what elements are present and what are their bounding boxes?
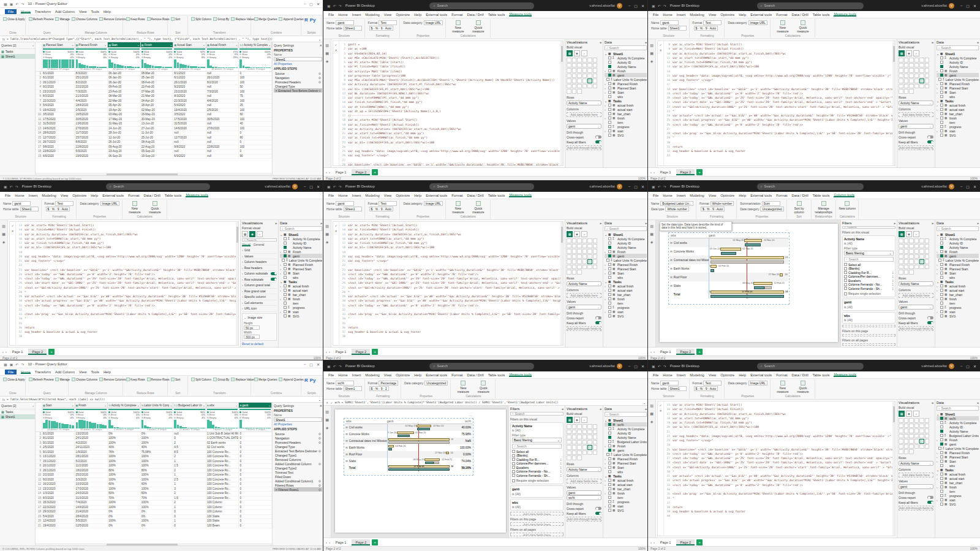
applied-step[interactable]: Added Conditional Column1⚙ [274,479,322,483]
commit-icon[interactable]: ✓ [659,403,662,407]
ribbon-field[interactable]: Image URL [424,20,443,25]
field-item[interactable]: Σ progress [937,305,979,310]
save-icon[interactable]: ▣ [652,4,655,8]
page-tab[interactable]: Page 1 [657,349,675,355]
field-item[interactable]: › ▦ actual finish [605,103,647,107]
step-settings-icon[interactable]: ⚙ [318,441,321,444]
field-checkbox[interactable] [284,241,287,245]
build-visual-tab[interactable]: ▦ [899,50,905,56]
field-checkbox[interactable] [284,302,287,305]
field-item[interactable]: › ▦ start [280,310,322,314]
cross-report-toggle[interactable] [595,507,601,510]
keep-all-filters-toggle[interactable] [927,501,933,504]
ribbon-button[interactable]: Remove Columns [99,17,126,21]
step-settings-icon[interactable]: ⚙ [318,76,321,80]
multi-row-card[interactable] [567,259,571,264]
field-item[interactable]: Σ Labor Units % Complete [605,77,647,82]
collapse-pane-icon[interactable]: » [932,401,933,405]
key-influencers[interactable] [572,265,577,270]
field-item[interactable]: ▦ SVG [937,133,979,137]
menu-tab[interactable]: View [384,194,391,197]
waterfall-chart[interactable] [567,249,571,254]
table-row[interactable]: 1428/6/202011/7/202028-Jun-2011-Jul-20nu… [36,131,272,136]
all-properties-link[interactable]: All Properties [274,422,322,426]
decomposition-tree[interactable] [577,84,582,89]
undo-icon[interactable]: ↶ [333,4,336,8]
table-node[interactable]: ⌄▦Sheet1 [605,51,647,56]
menu-tab[interactable]: Insert [677,13,686,17]
redo-icon[interactable]: ↷ [663,184,666,189]
field-checkbox[interactable] [940,425,943,428]
matrix[interactable] [587,445,592,450]
format-section[interactable]: ›Grid [242,248,277,254]
expand-icon[interactable]: ⊞ [670,241,673,245]
stacked-column-chart[interactable] [572,238,577,243]
field-checkbox[interactable] [608,129,611,132]
menu-tab[interactable]: Data / Drill [144,194,160,197]
get-more-visuals[interactable] [577,89,582,94]
menu-tab[interactable]: Add Column [55,370,75,374]
ribbon-field[interactable]: $ · % · 9 · Auto [694,386,718,391]
field-item[interactable]: Activity ID [937,425,979,429]
window-powerbi-measure-editor-2[interactable]: ▣ ↶ ↷ Power BI Desktop ⌕Search v.ahmed.a… [648,0,980,181]
filter-value-item[interactable]: Select all [844,262,894,267]
avatar[interactable]: V [949,3,954,9]
field-item[interactable]: ▦ SVG [937,502,979,506]
field-item[interactable]: › ▦ Start [280,271,322,275]
maximize-button[interactable]: ▢ [309,184,313,189]
ribbon-button[interactable]: Remove Columns [99,378,126,381]
field-chip[interactable]: Activity Name⌄ [567,101,601,105]
line-and-stacked-column-chart[interactable] [582,63,587,68]
clustered-column-chart[interactable] [582,424,587,429]
field-checkbox[interactable] [608,431,611,435]
field-item[interactable]: › ▦ actual finish [605,478,647,482]
step-settings-icon[interactable]: ⚙ [318,436,321,440]
user-name[interactable]: v.ahmed.aboelfat [265,184,290,188]
data-view-icon[interactable]: ▦ [650,411,654,416]
menu-tab[interactable]: Help [91,194,98,197]
field-checkbox[interactable] [940,246,943,249]
close-button[interactable]: ✕ [973,364,976,368]
menu-tab[interactable]: View [79,370,86,374]
ribbon-field[interactable]: Text [379,20,397,25]
field-checkbox[interactable] [608,436,611,439]
column-menu-icon[interactable]: ⌄ [203,44,205,47]
r-script-visual[interactable] [925,78,930,83]
matrix[interactable] [587,78,592,83]
field-checkbox[interactable] [940,108,943,111]
python-visual[interactable] [899,84,903,89]
stacked-column-chart[interactable] [572,58,577,63]
chip-menu-icon[interactable]: ⌄ [929,282,932,286]
filter-checkbox[interactable] [512,462,515,465]
qa-visual[interactable] [582,450,587,455]
redo-icon[interactable]: ↷ [15,184,18,189]
gantt-row[interactable]: ⊞Slabs 08 May 20 12 Feb 21 74.04% [669,281,788,290]
field-item[interactable]: ▦ gantt [605,73,647,77]
step-settings-icon[interactable]: ⚙ [318,462,321,466]
field-item[interactable]: ▦ SVG [605,508,647,512]
filter-value-item[interactable]: Colonne/Per dammes...1 [844,275,894,279]
metrics[interactable] [587,84,592,89]
menu-tab[interactable]: Measure tools [509,193,531,197]
column-menu-icon[interactable]: ⌄ [72,404,74,407]
page-tab[interactable]: Page 1 [657,169,675,175]
stacked-bar-chart[interactable] [567,238,571,243]
funnel-chart[interactable] [904,249,909,254]
field-checkbox[interactable] [608,276,611,279]
table-row[interactable]: 1117/5/202030/5/202017-May-2030-May-2017… [36,118,272,123]
field-item[interactable]: Σ Labor Units % Complete [605,452,647,457]
100-stacked-bar-chart[interactable] [587,58,592,63]
maximize-button[interactable]: ▢ [966,364,970,368]
line-and-stacked-column-chart[interactable] [914,424,919,428]
page-tab[interactable]: Page 1 [332,169,350,175]
zoom-level[interactable]: 100% [970,547,978,550]
field-checkbox[interactable] [608,272,611,275]
stacked-area-chart[interactable] [909,244,914,249]
field-checkbox[interactable] [940,460,943,463]
filter-value-item[interactable]: Colonne Ferrando - No...1 [512,469,562,474]
ribbon-button[interactable]: Sort by column [790,201,809,214]
save-icon[interactable]: ▣ [652,364,655,368]
field-item[interactable]: › ▦ Start [605,271,647,275]
field-item[interactable]: ▦ bar_chart [937,292,979,297]
save-icon[interactable]: ▣ [10,2,13,6]
